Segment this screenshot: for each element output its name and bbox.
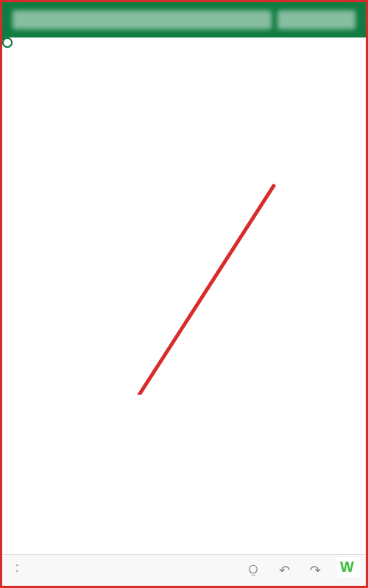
chevron-updown-icon: ˄˅ xyxy=(15,564,19,576)
selection-handle-top[interactable] xyxy=(2,37,13,48)
watermark-logo: W xyxy=(340,559,353,576)
selection-handle-bottom[interactable] xyxy=(2,37,13,48)
title-blur xyxy=(277,10,355,29)
title-bar xyxy=(2,2,366,37)
spreadsheet-area[interactable] xyxy=(2,37,366,395)
annotation-arrow xyxy=(2,37,366,395)
selection-marquee xyxy=(2,37,5,40)
ribbon-tab-switcher[interactable]: ˄˅ xyxy=(11,564,19,576)
ribbon-panel: ˄˅ ↶ ↷ ▾ xyxy=(2,554,366,586)
undo-button[interactable]: ↶ xyxy=(273,559,295,581)
svg-line-0 xyxy=(89,184,275,395)
tell-me-icon[interactable] xyxy=(242,559,264,581)
ribbon-header: ˄˅ ↶ ↷ ▾ xyxy=(2,555,366,586)
redo-button[interactable]: ↷ xyxy=(304,559,326,581)
title-blur xyxy=(13,10,272,29)
watermark: W xyxy=(337,557,360,577)
